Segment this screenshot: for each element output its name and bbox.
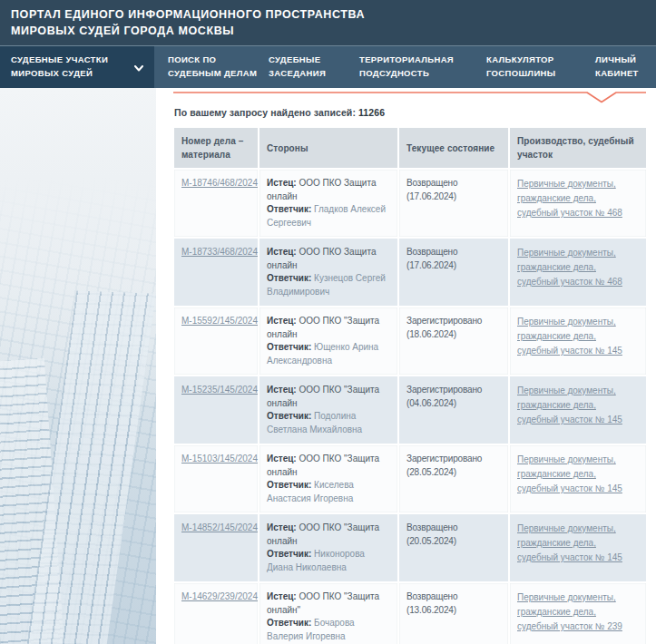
content-panel: По вашему запросу найдено записей:11266 … — [156, 88, 656, 644]
parties-cell: Истец: ООО ПКО "Защита онлайнОтветчик: Ю… — [259, 307, 399, 376]
nav-item-label: СУДЕБНЫЕ УЧАСТКИ МИРОВЫХ СУДЕЙ — [11, 54, 113, 80]
nav-item-court-districts[interactable]: СУДЕБНЫЕ УЧАСТКИ МИРОВЫХ СУДЕЙ — [0, 46, 154, 88]
status-cell: Возвращено (17.06.2024) — [399, 239, 510, 307]
production-cell: Первичные документы, гражданские дела, с… — [510, 170, 646, 239]
production-link[interactable]: Первичные документы, гражданские дела, с… — [517, 246, 626, 289]
city-background-image — [0, 88, 156, 644]
table-row: М-15592/145/2024Истец: ООО ПКО "Защита о… — [174, 307, 646, 376]
defendant-label: Ответчик: — [267, 549, 311, 559]
status-text: Зарегистрировано (04.06.2024) — [406, 385, 482, 408]
production-link[interactable]: Первичные документы, гражданские дела, с… — [517, 590, 626, 634]
production-link[interactable]: Первичные документы, гражданские дела, с… — [517, 522, 626, 565]
case-number-cell: М-14852/145/2024 — [174, 514, 259, 583]
status-text: Зарегистрировано (28.05.2024) — [406, 454, 482, 477]
table-row: М-14629/239/2024Истец: ООО ПКО "Защита о… — [174, 583, 646, 644]
production-cell: Первичные документы, гражданские дела, с… — [510, 514, 646, 583]
defendant-label: Ответчик: — [267, 411, 311, 421]
defendant-label: Ответчик: — [267, 204, 311, 214]
plaintiff-label: Истец: — [267, 454, 297, 463]
case-number-cell: М-14629/239/2024 — [174, 583, 259, 644]
site-header: ПОРТАЛ ЕДИНОГО ИНФОРМАЦИОННОГО ПРОСТРАНС… — [0, 0, 656, 45]
status-cell: Возвращено (20.05.2024) — [399, 514, 510, 583]
status-cell: Возвращено (13.06.2024) — [399, 583, 510, 644]
plaintiff-label: Истец: — [267, 522, 297, 532]
production-link[interactable]: Первичные документы, гражданские дела, с… — [517, 315, 626, 358]
production-cell: Первичные документы, гражданские дела, с… — [510, 445, 646, 514]
case-number-cell: М-15592/145/2024 — [174, 307, 259, 376]
defendant-label: Ответчик: — [267, 618, 311, 628]
case-number-link[interactable]: М-14629/239/2024 — [181, 591, 258, 601]
table-header-row: Номер дела – материала Стороны Текущее с… — [174, 128, 646, 170]
column-header-case-number: Номер дела – материала — [174, 128, 259, 170]
parties-cell: Истец: ООО ПКО "Защита онлайн"Ответчик: … — [259, 583, 399, 644]
nav-item-territorial-jurisdiction[interactable]: ТЕРРИТОРИАЛЬНАЯ ПОДСУДНОСТЬ — [359, 46, 483, 88]
production-cell: Первичные документы, гражданские дела, с… — [510, 583, 646, 644]
parties-cell: Истец: ООО ПКО "Защита онлайнОтветчик: Н… — [259, 514, 399, 583]
main-nav: СУДЕБНЫЕ УЧАСТКИ МИРОВЫХ СУДЕЙ ПОИСК ПО … — [0, 45, 656, 88]
plaintiff-label: Истец: — [267, 178, 297, 188]
status-text: Возвращено (20.05.2024) — [406, 522, 457, 546]
case-number-link[interactable]: М-18746/468/2024 — [181, 178, 258, 188]
results-summary: По вашему запросу найдено записей:11266 — [174, 107, 656, 118]
table-row: М-18746/468/2024Истец: ООО ПКО Защита он… — [174, 170, 646, 239]
case-number-link[interactable]: М-15592/145/2024 — [181, 316, 258, 326]
table-row: М-15235/145/2024Истец: ООО ПКО "Защита о… — [174, 376, 646, 445]
production-link[interactable]: Первичные документы, гражданские дела, с… — [517, 453, 626, 496]
case-number-link[interactable]: М-18733/468/2024 — [181, 247, 258, 257]
status-text: Зарегистрировано (18.06.2024) — [406, 316, 482, 339]
production-link[interactable]: Первичные документы, гражданские дела, с… — [517, 384, 626, 427]
plaintiff-label: Истец: — [267, 385, 297, 395]
production-cell: Первичные документы, гражданские дела, с… — [510, 239, 646, 307]
status-cell: Зарегистрировано (18.06.2024) — [399, 307, 510, 376]
case-number-link[interactable]: М-14852/145/2024 — [181, 522, 258, 532]
nav-items: ПОИСК ПО СУДЕБНЫМ ДЕЛАМ СУДЕБНЫЕ ЗАСЕДАН… — [154, 46, 651, 88]
table-row: М-18733/468/2024Истец: ООО ПКО Защита он… — [174, 239, 646, 307]
status-text: Возвращено (17.06.2024) — [406, 247, 457, 270]
nav-item-personal-account[interactable]: ЛИЧНЫЙ КАБИНЕТ — [595, 46, 651, 88]
column-header-current-state: Текущее состояние — [399, 128, 510, 170]
status-text: Возвращено (13.06.2024) — [406, 591, 457, 615]
case-table: Номер дела – материала Стороны Текущее с… — [174, 128, 646, 644]
case-number-link[interactable]: М-15235/145/2024 — [181, 385, 258, 395]
parties-cell: Истец: ООО ПКО "Защита онлайнОтветчик: П… — [259, 376, 399, 445]
nav-item-fee-calculator[interactable]: КАЛЬКУЛЯТОР ГОСПОШЛИНЫ — [486, 46, 588, 88]
chevron-down-icon — [134, 59, 143, 75]
nav-item-court-sessions[interactable]: СУДЕБНЫЕ ЗАСЕДАНИЯ — [269, 46, 356, 88]
site-title: ПОРТАЛ ЕДИНОГО ИНФОРМАЦИОННОГО ПРОСТРАНС… — [11, 6, 410, 39]
nav-item-case-search[interactable]: ПОИСК ПО СУДЕБНЫМ ДЕЛАМ — [168, 46, 260, 88]
results-count: 11266 — [358, 107, 385, 118]
production-cell: Первичные документы, гражданские дела, с… — [510, 307, 646, 376]
case-number-cell: М-15103/145/2024 — [174, 445, 259, 514]
status-cell: Зарегистрировано (04.06.2024) — [399, 376, 510, 445]
column-header-parties: Стороны — [259, 128, 399, 170]
status-cell: Зарегистрировано (28.05.2024) — [399, 445, 510, 514]
case-number-cell: М-18733/468/2024 — [174, 239, 259, 307]
results-label: По вашему запросу найдено записей: — [174, 107, 356, 118]
production-cell: Первичные документы, гражданские дела, с… — [510, 376, 646, 445]
plaintiff-label: Истец: — [267, 316, 297, 326]
defendant-label: Ответчик: — [267, 480, 311, 490]
column-header-production: Производство, судебный участок — [510, 128, 646, 170]
parties-cell: Истец: ООО ПКО Защита онлайнОтветчик: Ку… — [259, 239, 399, 307]
defendant-label: Ответчик: — [267, 273, 311, 283]
status-cell: Возвращено (17.06.2024) — [399, 170, 510, 239]
case-number-cell: М-18746/468/2024 — [174, 170, 259, 239]
plaintiff-label: Истец: — [267, 591, 297, 601]
case-number-cell: М-15235/145/2024 — [174, 376, 259, 445]
case-table-body: М-18746/468/2024Истец: ООО ПКО Защита он… — [174, 170, 646, 644]
parties-cell: Истец: ООО ПКО Защита онлайнОтветчик: Гл… — [259, 170, 399, 239]
plaintiff-label: Истец: — [267, 247, 297, 257]
defendant-label: Ответчик: — [267, 342, 311, 352]
case-number-link[interactable]: М-15103/145/2024 — [181, 454, 258, 463]
table-row: М-14852/145/2024Истец: ООО ПКО "Защита о… — [174, 514, 646, 583]
production-link[interactable]: Первичные документы, гражданские дела, с… — [517, 177, 626, 220]
status-text: Возвращено (17.06.2024) — [406, 178, 457, 201]
table-row: М-15103/145/2024Истец: ООО ПКО "Защита о… — [174, 445, 646, 514]
parties-cell: Истец: ООО ПКО "Защита онлайнОтветчик: К… — [259, 445, 399, 514]
